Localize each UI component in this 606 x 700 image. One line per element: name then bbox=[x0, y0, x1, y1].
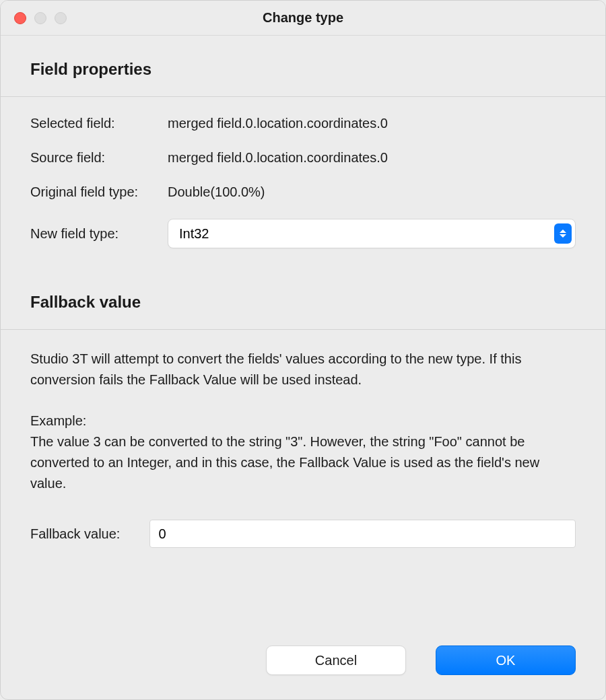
selected-field-label: Selected field: bbox=[30, 116, 165, 131]
ok-button[interactable]: OK bbox=[436, 645, 576, 675]
source-field-label: Source field: bbox=[30, 150, 165, 166]
fallback-value-label: Fallback value: bbox=[30, 526, 120, 542]
fallback-example-text: The value 3 can be converted to the stri… bbox=[30, 431, 576, 494]
field-properties-heading: Field properties bbox=[1, 36, 605, 96]
new-field-type-select[interactable] bbox=[168, 219, 576, 248]
source-field-value: merged field.0.location.coordinates.0 bbox=[168, 150, 576, 166]
titlebar: Change type bbox=[1, 1, 605, 36]
minimize-window-button[interactable] bbox=[34, 12, 46, 24]
dialog-buttons: Cancel OK bbox=[1, 610, 605, 699]
dialog-window: Change type Field properties Selected fi… bbox=[0, 0, 606, 700]
cancel-button[interactable]: Cancel bbox=[266, 645, 406, 675]
original-field-type-label: Original field type: bbox=[30, 184, 165, 200]
new-field-type-select-wrapper bbox=[168, 219, 576, 248]
fallback-description: Studio 3T will attempt to convert the fi… bbox=[1, 330, 605, 494]
fallback-input-row: Fallback value: bbox=[1, 494, 605, 548]
new-field-type-label: New field type: bbox=[30, 226, 165, 242]
dialog-content: Field properties Selected field: merged … bbox=[1, 36, 605, 699]
window-title: Change type bbox=[1, 10, 605, 26]
original-field-type-value: Double(100.0%) bbox=[168, 184, 576, 200]
window-controls bbox=[14, 12, 67, 24]
field-properties-grid: Selected field: merged field.0.location.… bbox=[1, 97, 605, 255]
fallback-description-text: Studio 3T will attempt to convert the fi… bbox=[30, 349, 576, 390]
fallback-example-label: Example: bbox=[30, 411, 576, 431]
close-window-button[interactable] bbox=[14, 12, 26, 24]
maximize-window-button[interactable] bbox=[55, 12, 67, 24]
fallback-value-heading: Fallback value bbox=[1, 255, 605, 329]
selected-field-value: merged field.0.location.coordinates.0 bbox=[168, 116, 576, 131]
fallback-value-input[interactable] bbox=[149, 520, 576, 548]
